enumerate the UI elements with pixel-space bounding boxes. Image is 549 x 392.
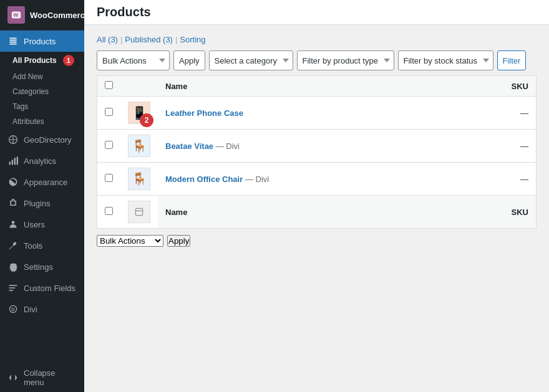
analytics-label: Analytics [24,156,56,166]
row-name-1: Leather Phone Case [158,97,462,130]
page-title: Products [97,5,151,19]
footer-col-sku: SKU [462,196,537,229]
footer-checkbox[interactable] [105,207,113,215]
table-row: 🪑 Beatae Vitae — Divi — [97,130,537,163]
table-row: 📱 2 Leather Phone Case — [97,97,537,130]
svg-rect-5 [14,158,16,165]
col-header-thumb [120,76,158,97]
svg-rect-13 [135,208,142,215]
products-icon [7,36,19,47]
row-sku-2: — [462,130,537,163]
row-sku-3: — [462,163,537,196]
sidebar-item-settings[interactable]: Settings [0,256,84,277]
sidebar-item-custom-fields[interactable]: Custom Fields [0,277,84,299]
row-sku-1: — [462,97,537,130]
divi-icon: D [7,304,19,315]
col-header-check [97,76,121,97]
svg-rect-3 [9,162,11,165]
select-all-checkbox[interactable] [105,81,113,89]
sidebar-header: W WooCommerce [0,0,84,31]
footer-col-name: Name [158,196,462,229]
table-header-row: Name SKU [97,76,537,97]
product-link-3[interactable]: Modern Office Chair [165,174,243,184]
tools-label: Tools [24,241,42,251]
geodirectory-icon [7,134,19,145]
apply-button-bottom[interactable]: Apply [167,235,190,247]
bulk-actions-select-top[interactable]: Bulk ActionsEditMove to Trash [97,50,170,70]
col-header-name: Name [158,76,462,97]
sidebar-item-divi[interactable]: D Divi [0,299,84,320]
appearance-label: Appearance [24,178,67,187]
sidebar-item-plugins[interactable]: Plugins [0,193,84,214]
row-checkbox-1[interactable] [105,108,113,116]
step-badge-2: 2 [140,113,153,127]
svg-text:W: W [13,12,19,18]
woocommerce-icon: W [7,6,25,24]
sidebar-item-users[interactable]: Users [0,214,84,235]
filter-button[interactable]: Filter [497,50,527,70]
sidebar-collapse-menu[interactable]: Collapse menu [0,363,84,392]
divi-label: Divi [24,305,37,314]
row-check-3 [97,163,121,196]
apply-button-top[interactable]: Apply [173,50,205,70]
add-new-label: Add New [12,72,43,81]
sidebar-item-geodirectory[interactable]: GeoDirectory [0,129,84,150]
analytics-icon [7,155,19,166]
svg-rect-9 [9,287,16,289]
product-type-select[interactable]: Filter by product type [297,50,394,70]
plugins-label: Plugins [24,199,51,208]
main-content: Products All (3) | Published (3) | Sorti… [84,0,549,392]
row-name-3: Modern Office Chair — Divi [158,163,462,196]
top-toolbar: Bulk ActionsEditMove to Trash Apply Sele… [97,50,537,70]
footer-thumb [120,196,158,229]
table-footer-row: Name SKU [97,196,537,229]
row-name-2: Beatae Vitae — Divi [158,130,462,163]
sidebar-item-products[interactable]: Products [0,31,84,52]
category-select[interactable]: Select a category [209,50,293,70]
categories-label: Categories [12,87,49,96]
sidebar-item-appearance[interactable]: Appearance [0,171,84,193]
row-check-1 [97,97,121,130]
custom-fields-icon [7,282,19,294]
row-thumb-2: 🪑 [120,130,158,163]
col-header-sku: SKU [462,76,537,97]
sidebar-item-analytics[interactable]: Analytics [0,150,84,171]
row-checkbox-3[interactable] [105,174,113,182]
brand-label: WooCommerce [30,11,84,20]
topbar: Products [84,0,549,25]
all-products-label: All Products [12,56,57,65]
product-link-1[interactable]: Leather Phone Case [165,108,243,118]
sub-nav-all[interactable]: All (3) [97,35,118,44]
sub-nav-sorting[interactable]: Sorting [180,35,205,44]
content-area: All (3) | Published (3) | Sorting Bulk A… [84,25,549,392]
tags-label: Tags [12,102,28,111]
settings-label: Settings [24,262,53,272]
footer-check [97,196,121,229]
svg-rect-10 [9,290,13,291]
sub-nav-published[interactable]: Published (3) [125,35,173,44]
sidebar-sub-categories[interactable]: Categories [0,84,84,99]
sidebar-sub-add-new[interactable]: Add New [0,69,84,84]
sidebar-sub-tags[interactable]: Tags [0,99,84,114]
custom-fields-label: Custom Fields [24,284,75,293]
stock-status-select[interactable]: Filter by stock status [398,50,493,70]
product-parent-2: — Divi [216,141,240,151]
sidebar-item-tools[interactable]: Tools [0,235,84,256]
row-thumb-3: 🪑 [120,163,158,196]
attributes-label: Attributes [12,117,44,126]
geodirectory-label: GeoDirectory [24,135,72,145]
svg-text:D: D [11,307,14,312]
svg-point-7 [12,221,15,224]
svg-rect-4 [12,160,13,165]
sidebar-sub-all-products[interactable]: All Products 1 [0,52,84,69]
svg-rect-8 [9,285,17,286]
settings-icon [7,261,19,272]
collapse-icon [7,372,19,383]
users-label: Users [24,220,45,229]
bulk-actions-select-bottom[interactable]: Bulk ActionsEditMove to Trash [97,235,163,247]
product-link-2[interactable]: Beatae Vitae [165,141,213,151]
sidebar-sub-attributes[interactable]: Attributes [0,114,84,129]
sidebar: W WooCommerce Products All Products 1 Ad… [0,0,84,392]
bottom-toolbar: Bulk ActionsEditMove to Trash Apply [97,229,537,247]
row-checkbox-2[interactable] [105,141,113,149]
